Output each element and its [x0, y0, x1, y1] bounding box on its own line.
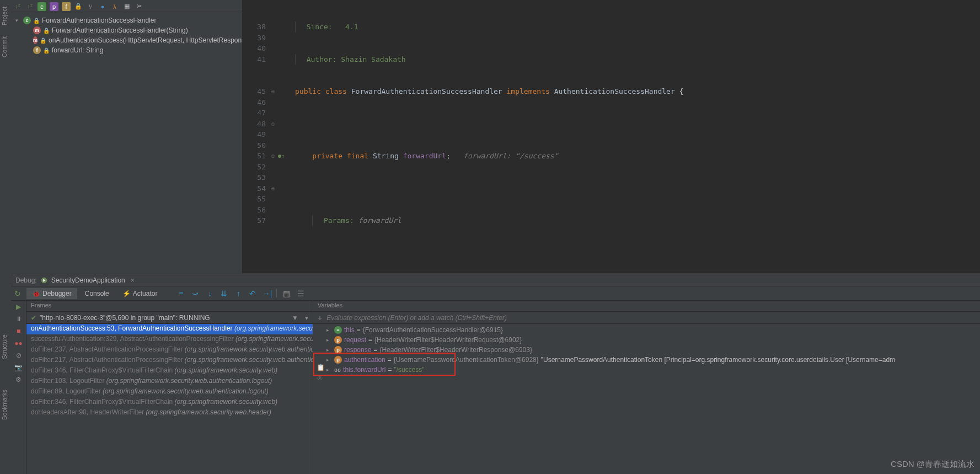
show-exec-point-icon[interactable]: ≡	[176, 289, 186, 299]
branch-icon[interactable]: ⑂	[86, 2, 95, 11]
method-icon: m	[33, 26, 41, 34]
tab-debugger[interactable]: 🐞Debugger	[26, 288, 77, 299]
class-icon: c	[23, 17, 31, 24]
evaluate-icon[interactable]: ▦	[281, 289, 291, 299]
tree-label: ForwardAuthenticationSuccessHandler	[42, 17, 156, 24]
debug-left-toolbar: ▶ ⏸ ■ ●● ⊘ 📷 ⚙	[11, 301, 26, 474]
structure-panel: ↓ᶻ ↓ᶻ c p f 🔒 ⑂ ● λ ▦ ✂ ▾ c 🔒 ForwardAut…	[11, 0, 243, 273]
debug-panel: Debug: SecurityDemoApplication × ↻ 🐞Debu…	[11, 274, 980, 474]
tree-label: onAuthenticationSuccess(HttpServletReque…	[49, 36, 242, 44]
tool2-icon[interactable]: ✂	[135, 2, 143, 11]
tab-bookmarks[interactable]: Bookmarks	[0, 386, 9, 423]
structure-toolbar: ↓ᶻ ↓ᶻ c p f 🔒 ⑂ ● λ ▦ ✂	[11, 0, 242, 13]
tab-project[interactable]: Project	[0, 3, 9, 29]
tree-field[interactable]: f 🔒 forwardUrl: String	[11, 45, 242, 55]
frame-row[interactable]: doFilter:346, FilterChainProxy$VirtualFi…	[26, 366, 313, 376]
tree-method[interactable]: m 🔒 onAuthenticationSuccess(HttpServletR…	[11, 35, 242, 45]
variables-title: Variables	[313, 301, 980, 312]
tab-commit[interactable]: Commit	[0, 33, 9, 61]
tab-structure[interactable]: Structure	[0, 331, 9, 363]
dropdown-icon[interactable]: ▾	[305, 314, 308, 322]
lock-icon: 🔒	[43, 28, 50, 34]
tree-label: forwardUrl: String	[52, 46, 103, 54]
stop-icon[interactable]: ■	[17, 327, 20, 335]
code-area: Since: 4.1 Author: Shazin Sadakath publi…	[295, 0, 980, 273]
eval-row: +	[313, 312, 980, 324]
method-icon: m	[33, 36, 38, 44]
pause-icon[interactable]: ⏸	[15, 315, 22, 323]
structure-tree: ▾ c 🔒 ForwardAuthenticationSuccessHandle…	[11, 13, 242, 57]
lock-icon: 🔒	[40, 38, 46, 44]
tree-label: ForwardAuthenticationSuccessHandler(Stri…	[52, 26, 188, 34]
mute-bp-icon[interactable]: ⊘	[16, 351, 22, 359]
circle-icon[interactable]: ●	[98, 2, 107, 11]
code-editor[interactable]: 38394041 45464748495051525354555657 ⊖⊖⊖ …	[243, 0, 980, 273]
resume-icon[interactable]: ▶	[16, 303, 21, 311]
step-into-icon[interactable]: ↓	[205, 289, 215, 299]
run-config-name[interactable]: SecurityDemoApplication	[51, 276, 125, 284]
main-area: ↓ᶻ ↓ᶻ c p f 🔒 ⑂ ● λ ▦ ✂ ▾ c 🔒 ForwardAut…	[11, 0, 980, 273]
force-step-into-icon[interactable]: ⇊	[219, 289, 229, 299]
thread-name: "http-nio-8080-exec-3"@5,690 in group "m…	[40, 314, 210, 322]
sort-icon[interactable]: ↓ᶻ	[13, 2, 22, 11]
frames-title: Frames	[26, 301, 313, 312]
eye-icon[interactable]: 👁	[317, 375, 323, 382]
tool-icon[interactable]: ▦	[122, 2, 131, 11]
var-row[interactable]: ▸≡ this = {ForwardAuthenticationSuccessH…	[313, 325, 980, 335]
sort2-icon[interactable]: ↓ᶻ	[25, 2, 34, 11]
clipboard-icon[interactable]: 📋	[317, 364, 325, 371]
frame-row[interactable]: doHeadersAfter:90, HeaderWriterFilter (o…	[26, 408, 313, 418]
lock-icon: 🔒	[43, 47, 50, 54]
frame-row[interactable]: doFilter:346, FilterChainProxy$VirtualFi…	[26, 397, 313, 408]
show-class-icon[interactable]: c	[38, 2, 46, 11]
debug-header: Debug: SecurityDemoApplication ×	[11, 274, 980, 286]
chevron-down-icon[interactable]: ▾	[15, 18, 21, 23]
rerun-icon[interactable]: ↻	[14, 289, 21, 298]
frame-row[interactable]: successfulAuthentication:329, AbstractAu…	[26, 334, 313, 345]
add-watch-icon[interactable]: +	[318, 313, 322, 322]
frame-row[interactable]: doFilter:237, AbstractAuthenticationProc…	[26, 345, 313, 355]
debug-tabs: ↻ 🐞Debugger Console ⚡Actuator ≡ ⤻ ↓ ⇊ ↑ …	[11, 286, 980, 301]
step-toolbar: ≡ ⤻ ↓ ⇊ ↑ ↶ →| ▦ ☰	[176, 289, 306, 299]
tree-method[interactable]: m 🔒 ForwardAuthenticationSuccessHandler(…	[11, 25, 242, 35]
frame-list[interactable]: onAuthenticationSuccess:53, ForwardAuthe…	[26, 324, 313, 474]
frames-panel: Frames ✔ "http-nio-8080-exec-3"@5,690 in…	[26, 301, 313, 474]
tab-actuator[interactable]: ⚡Actuator	[117, 288, 163, 299]
step-out-icon[interactable]: ↑	[233, 289, 243, 299]
gutter-marks: ⊖⊖⊖ ●↑⊖	[270, 0, 292, 226]
lock-icon[interactable]: 🔒	[74, 2, 83, 11]
debug-title: Debug:	[15, 276, 37, 284]
highlight-box	[313, 353, 456, 376]
close-icon[interactable]: ×	[131, 276, 135, 284]
field-icon: f	[33, 46, 41, 54]
show-field-icon[interactable]: f	[62, 2, 71, 11]
eval-input[interactable]	[326, 314, 976, 322]
run-to-cursor-icon[interactable]: →|	[262, 289, 272, 299]
filter-icon[interactable]: ▼	[292, 314, 298, 322]
tree-root[interactable]: ▾ c 🔒 ForwardAuthenticationSuccessHandle…	[11, 15, 242, 25]
run-config-icon	[40, 276, 48, 284]
more-icon[interactable]: ☰	[296, 289, 306, 299]
drop-frame-icon[interactable]: ↶	[248, 289, 258, 299]
thread-selector[interactable]: ✔ "http-nio-8080-exec-3"@5,690 in group …	[26, 312, 313, 324]
check-icon: ✔	[31, 314, 36, 322]
show-p-icon[interactable]: p	[50, 2, 58, 11]
lock-icon: 🔒	[33, 18, 40, 24]
frame-row[interactable]: doFilter:217, AbstractAuthenticationProc…	[26, 355, 313, 366]
watermark: CSDN @青春逝如流水	[891, 459, 974, 470]
var-row[interactable]: ▸p request = {HeaderWriterFilter$HeaderW…	[313, 335, 980, 345]
camera-icon[interactable]: 📷	[14, 364, 23, 371]
line-gutter: 38394041 45464748495051525354555657	[243, 0, 270, 226]
debug-body: ▶ ⏸ ■ ●● ⊘ 📷 ⚙ Frames ✔ "http-nio-8080-e…	[11, 301, 980, 474]
breakpoints-icon[interactable]: ●●	[14, 339, 23, 347]
variables-panel: Variables + 📋 👁 ▸≡ this = {ForwardAuthen…	[313, 301, 980, 474]
step-over-icon[interactable]: ⤻	[190, 289, 200, 299]
tab-console[interactable]: Console	[79, 288, 115, 299]
lambda-icon[interactable]: λ	[110, 2, 119, 11]
frame-row[interactable]: doFilter:103, LogoutFilter (org.springfr…	[26, 376, 313, 387]
var-list[interactable]: 📋 👁 ▸≡ this = {ForwardAuthenticationSucc…	[313, 324, 980, 474]
frame-row[interactable]: onAuthenticationSuccess:53, ForwardAuthe…	[26, 324, 313, 334]
frame-row[interactable]: doFilter:89, LogoutFilter (org.springfra…	[26, 387, 313, 397]
settings-icon[interactable]: ⚙	[15, 376, 22, 384]
